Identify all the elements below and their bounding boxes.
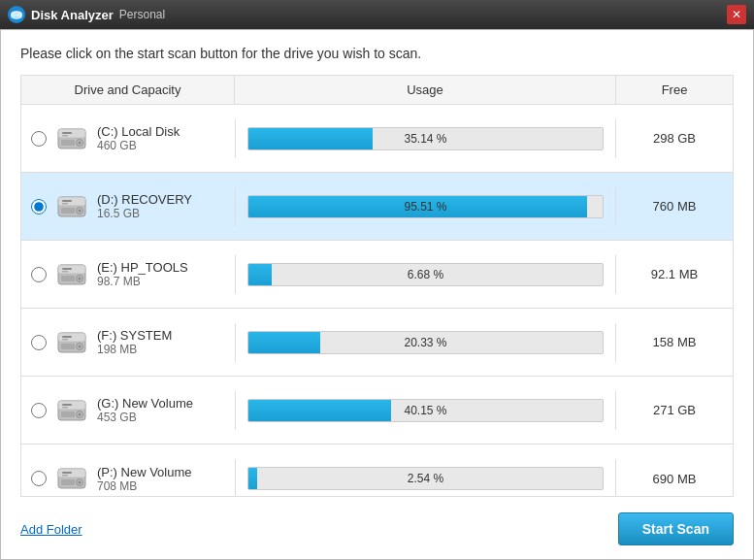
drive-radio-g[interactable] [31, 403, 47, 418]
app-icon [8, 6, 25, 23]
drive-size-e: 98.7 MB [97, 275, 188, 288]
usage-label-e: 6.68 % [248, 268, 603, 281]
drive-size-f: 198 MB [97, 343, 172, 356]
usage-label-f: 20.33 % [248, 336, 603, 349]
svg-rect-15 [61, 208, 75, 214]
drive-info-f: (F:) SYSTEM 198 MB [21, 317, 235, 368]
drive-radio-d[interactable] [31, 199, 47, 214]
drive-row-g[interactable]: (G:) New Volume 453 GB 40.15 % 271 GB [21, 377, 733, 445]
usage-label-p: 2.54 % [248, 472, 603, 485]
table-header: Drive and Capacity Usage Free [20, 75, 734, 104]
drives-list: (C:) Local Disk 460 GB 35.14 % 298 GB [20, 104, 734, 497]
svg-rect-43 [61, 479, 75, 485]
drive-name-e: (E:) HP_TOOLS [97, 260, 188, 275]
svg-rect-8 [61, 140, 75, 146]
free-cell-c: 298 GB [616, 123, 733, 153]
drive-row-c[interactable]: (C:) Local Disk 460 GB 35.14 % 298 GB [21, 105, 733, 173]
drive-radio-e[interactable] [31, 267, 47, 282]
free-cell-g: 271 GB [616, 395, 733, 425]
drive-name-g: (G:) New Volume [97, 396, 193, 411]
usage-bar-g: 40.15 % [247, 399, 604, 422]
drive-size-c: 460 GB [97, 139, 180, 152]
hdd-icon [54, 325, 89, 360]
usage-bar-p: 2.54 % [247, 467, 604, 490]
usage-cell-g: 40.15 % [235, 391, 616, 430]
svg-rect-19 [62, 203, 68, 205]
prompt-text: Please click on the start scan button fo… [20, 46, 734, 61]
col-header-drive: Drive and Capacity [21, 76, 235, 104]
start-scan-button[interactable]: Start Scan [618, 512, 734, 545]
drive-row-f[interactable]: (F:) SYSTEM 198 MB 20.33 % 158 MB [21, 309, 733, 377]
usage-bar-f: 20.33 % [247, 331, 604, 354]
svg-point-24 [79, 277, 82, 280]
svg-point-38 [79, 412, 82, 415]
col-header-free: Free [616, 76, 733, 104]
svg-point-17 [79, 209, 82, 212]
drive-name-f: (F:) SYSTEM [97, 328, 172, 343]
hdd-icon [54, 257, 89, 292]
drive-row-e[interactable]: (E:) HP_TOOLS 98.7 MB 6.68 % 92.1 MB [21, 241, 733, 309]
drive-row-d[interactable]: (D:) RECOVERY 16.5 GB 95.51 % 760 MB [21, 173, 733, 241]
drive-text-c: (C:) Local Disk 460 GB [97, 124, 180, 152]
add-folder-button[interactable]: Add Folder [20, 522, 82, 537]
usage-cell-d: 95.51 % [235, 187, 616, 226]
svg-rect-32 [62, 336, 72, 338]
drive-text-d: (D:) RECOVERY 16.5 GB [97, 192, 192, 220]
close-button[interactable]: ✕ [727, 5, 746, 24]
usage-label-d: 95.51 % [248, 200, 603, 214]
usage-bar-e: 6.68 % [247, 263, 604, 286]
svg-point-45 [79, 481, 82, 484]
titlebar-left: Disk Analyzer Personal [8, 6, 165, 23]
svg-rect-36 [61, 412, 75, 417]
usage-cell-e: 6.68 % [235, 255, 616, 294]
svg-rect-12 [62, 135, 68, 137]
drive-info-e: (E:) HP_TOOLS 98.7 MB [21, 249, 235, 300]
svg-rect-33 [62, 339, 68, 341]
svg-rect-5 [11, 14, 22, 16]
drive-text-p: (P:) New Volume 708 MB [97, 465, 192, 493]
usage-bar-d: 95.51 % [247, 195, 604, 218]
drive-text-f: (F:) SYSTEM 198 MB [97, 328, 172, 356]
usage-bar-c: 35.14 % [247, 127, 604, 150]
hdd-icon [54, 461, 89, 496]
hdd-icon [54, 189, 89, 224]
col-header-usage: Usage [235, 76, 616, 104]
usage-label-g: 40.15 % [248, 404, 603, 417]
drive-name-c: (C:) Local Disk [97, 124, 180, 139]
hdd-icon [54, 121, 89, 156]
drive-radio-f[interactable] [31, 335, 47, 350]
drive-info-d: (D:) RECOVERY 16.5 GB [21, 181, 235, 232]
drive-info-p: (P:) New Volume 708 MB [21, 453, 235, 497]
svg-point-10 [79, 141, 82, 144]
drive-radio-c[interactable] [31, 131, 47, 147]
drive-size-p: 708 MB [97, 479, 192, 493]
drive-name-d: (D:) RECOVERY [97, 192, 192, 207]
svg-rect-11 [62, 132, 72, 134]
svg-rect-18 [62, 200, 72, 202]
svg-rect-22 [61, 276, 75, 281]
svg-rect-46 [62, 472, 72, 474]
app-edition: Personal [119, 8, 165, 21]
titlebar: Disk Analyzer Personal ✕ [0, 0, 754, 29]
free-cell-f: 158 MB [616, 327, 733, 357]
svg-rect-39 [62, 404, 72, 406]
drive-size-g: 453 GB [97, 411, 193, 424]
free-cell-p: 690 MB [616, 464, 733, 494]
free-cell-e: 92.1 MB [616, 259, 733, 289]
drive-name-p: (P:) New Volume [97, 465, 192, 479]
drive-row-p[interactable]: (P:) New Volume 708 MB 2.54 % 690 MB [21, 445, 733, 497]
usage-label-c: 35.14 % [248, 132, 603, 146]
svg-rect-25 [62, 268, 72, 270]
drive-info-g: (G:) New Volume 453 GB [21, 385, 235, 436]
hdd-icon [54, 393, 89, 428]
main-content: Please click on the start scan button fo… [0, 29, 754, 560]
drive-radio-p[interactable] [31, 471, 47, 486]
usage-cell-c: 35.14 % [235, 119, 616, 158]
svg-rect-29 [61, 344, 75, 349]
svg-rect-47 [62, 475, 68, 477]
drive-text-e: (E:) HP_TOOLS 98.7 MB [97, 260, 188, 288]
usage-cell-p: 2.54 % [235, 459, 616, 497]
free-cell-d: 760 MB [616, 191, 733, 221]
usage-cell-f: 20.33 % [235, 323, 616, 362]
app-title: Disk Analyzer [31, 8, 114, 22]
